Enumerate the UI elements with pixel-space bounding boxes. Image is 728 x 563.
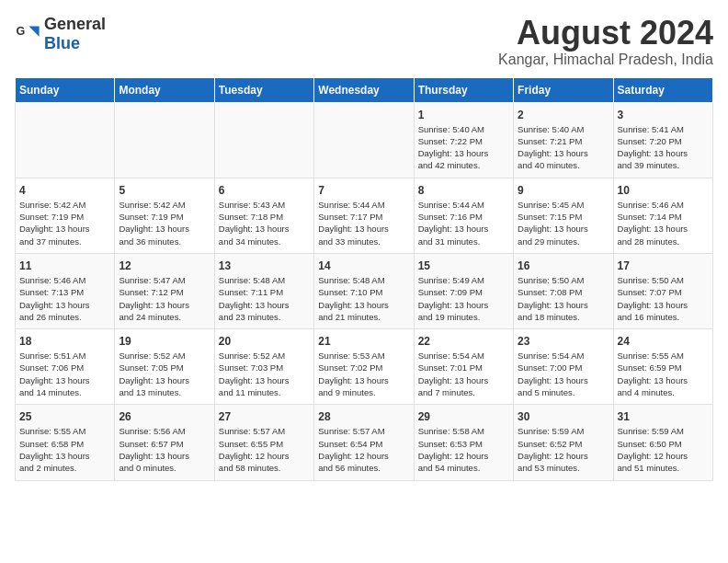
weekday-header-sunday: Sunday — [16, 77, 115, 102]
title-area: August 2024 Kangar, Himachal Pradesh, In… — [498, 15, 713, 68]
day-content: Sunrise: 5:52 AM Sunset: 7:05 PM Dayligh… — [119, 350, 210, 398]
day-number: 5 — [119, 184, 210, 197]
calendar-cell: 24Sunrise: 5:55 AM Sunset: 6:59 PM Dayli… — [613, 329, 712, 405]
day-number: 11 — [19, 259, 110, 272]
weekday-header-row: SundayMondayTuesdayWednesdayThursdayFrid… — [16, 77, 713, 102]
calendar-cell: 21Sunrise: 5:53 AM Sunset: 7:02 PM Dayli… — [314, 329, 414, 405]
day-content: Sunrise: 5:46 AM Sunset: 7:14 PM Dayligh… — [618, 199, 709, 247]
day-content: Sunrise: 5:49 AM Sunset: 7:09 PM Dayligh… — [418, 274, 509, 323]
calendar-cell: 1Sunrise: 5:40 AM Sunset: 7:22 PM Daylig… — [414, 102, 513, 178]
calendar-cell: 28Sunrise: 5:57 AM Sunset: 6:54 PM Dayli… — [314, 405, 414, 480]
calendar-cell — [214, 102, 313, 178]
calendar-cell — [16, 102, 115, 178]
day-content: Sunrise: 5:52 AM Sunset: 7:03 PM Dayligh… — [219, 350, 310, 398]
day-number: 1 — [418, 109, 509, 121]
day-number: 12 — [119, 259, 210, 272]
calendar-cell: 31Sunrise: 5:59 AM Sunset: 6:50 PM Dayli… — [613, 405, 712, 480]
calendar-cell: 30Sunrise: 5:59 AM Sunset: 6:52 PM Dayli… — [514, 405, 613, 480]
calendar-cell: 15Sunrise: 5:49 AM Sunset: 7:09 PM Dayli… — [414, 253, 513, 328]
day-number: 18 — [19, 335, 110, 348]
svg-marker-1 — [28, 27, 39, 37]
calendar-cell: 6Sunrise: 5:43 AM Sunset: 7:18 PM Daylig… — [214, 178, 313, 253]
logo-icon: G — [15, 21, 40, 47]
day-content: Sunrise: 5:43 AM Sunset: 7:18 PM Dayligh… — [219, 199, 310, 247]
day-content: Sunrise: 5:44 AM Sunset: 7:17 PM Dayligh… — [318, 199, 409, 247]
logo-blue: Blue — [44, 34, 80, 52]
day-number: 8 — [418, 184, 509, 197]
day-number: 29 — [418, 410, 509, 423]
day-number: 27 — [219, 410, 310, 423]
logo-general: General — [44, 15, 106, 33]
day-content: Sunrise: 5:41 AM Sunset: 7:20 PM Dayligh… — [618, 123, 709, 172]
calendar-cell: 9Sunrise: 5:45 AM Sunset: 7:15 PM Daylig… — [514, 178, 613, 253]
day-number: 24 — [618, 335, 709, 348]
calendar-cell: 17Sunrise: 5:50 AM Sunset: 7:07 PM Dayli… — [613, 253, 712, 328]
calendar-week-3: 11Sunrise: 5:46 AM Sunset: 7:13 PM Dayli… — [16, 253, 713, 328]
calendar-cell: 27Sunrise: 5:57 AM Sunset: 6:55 PM Dayli… — [214, 405, 313, 480]
weekday-header-friday: Friday — [514, 77, 613, 102]
day-content: Sunrise: 5:55 AM Sunset: 6:58 PM Dayligh… — [19, 425, 110, 474]
calendar-cell: 11Sunrise: 5:46 AM Sunset: 7:13 PM Dayli… — [16, 253, 115, 328]
day-content: Sunrise: 5:57 AM Sunset: 6:54 PM Dayligh… — [318, 425, 409, 474]
day-content: Sunrise: 5:56 AM Sunset: 6:57 PM Dayligh… — [119, 425, 210, 474]
calendar-cell: 20Sunrise: 5:52 AM Sunset: 7:03 PM Dayli… — [214, 329, 313, 405]
day-content: Sunrise: 5:40 AM Sunset: 7:22 PM Dayligh… — [418, 123, 509, 172]
day-content: Sunrise: 5:48 AM Sunset: 7:11 PM Dayligh… — [219, 274, 310, 323]
calendar-cell: 29Sunrise: 5:58 AM Sunset: 6:53 PM Dayli… — [414, 405, 513, 480]
calendar-cell: 14Sunrise: 5:48 AM Sunset: 7:10 PM Dayli… — [314, 253, 414, 328]
day-number: 20 — [219, 335, 310, 348]
weekday-header-wednesday: Wednesday — [314, 77, 414, 102]
day-number: 16 — [518, 259, 609, 272]
month-title: August 2024 — [498, 15, 713, 52]
day-content: Sunrise: 5:55 AM Sunset: 6:59 PM Dayligh… — [618, 350, 709, 398]
day-number: 10 — [618, 184, 709, 197]
calendar-cell: 22Sunrise: 5:54 AM Sunset: 7:01 PM Dayli… — [414, 329, 513, 405]
calendar-cell: 10Sunrise: 5:46 AM Sunset: 7:14 PM Dayli… — [613, 178, 712, 253]
calendar-cell: 25Sunrise: 5:55 AM Sunset: 6:58 PM Dayli… — [16, 405, 115, 480]
logo: G General Blue — [15, 15, 106, 53]
day-number: 30 — [518, 410, 609, 423]
day-number: 3 — [618, 109, 709, 121]
weekday-header-saturday: Saturday — [613, 77, 712, 102]
calendar-cell: 3Sunrise: 5:41 AM Sunset: 7:20 PM Daylig… — [613, 102, 712, 178]
day-number: 6 — [219, 184, 310, 197]
day-content: Sunrise: 5:50 AM Sunset: 7:07 PM Dayligh… — [618, 274, 709, 323]
day-number: 7 — [318, 184, 409, 197]
day-content: Sunrise: 5:53 AM Sunset: 7:02 PM Dayligh… — [318, 350, 409, 398]
calendar-cell: 19Sunrise: 5:52 AM Sunset: 7:05 PM Dayli… — [115, 329, 214, 405]
calendar-table: SundayMondayTuesdayWednesdayThursdayFrid… — [15, 77, 713, 481]
calendar-cell: 16Sunrise: 5:50 AM Sunset: 7:08 PM Dayli… — [514, 253, 613, 328]
day-number: 15 — [418, 259, 509, 272]
calendar-week-4: 18Sunrise: 5:51 AM Sunset: 7:06 PM Dayli… — [16, 329, 713, 405]
calendar-cell: 5Sunrise: 5:42 AM Sunset: 7:19 PM Daylig… — [115, 178, 214, 253]
calendar-week-1: 1Sunrise: 5:40 AM Sunset: 7:22 PM Daylig… — [16, 102, 713, 178]
day-content: Sunrise: 5:46 AM Sunset: 7:13 PM Dayligh… — [19, 274, 110, 323]
calendar-cell — [115, 102, 214, 178]
calendar-body: 1Sunrise: 5:40 AM Sunset: 7:22 PM Daylig… — [16, 102, 713, 480]
day-content: Sunrise: 5:59 AM Sunset: 6:52 PM Dayligh… — [518, 425, 609, 474]
day-content: Sunrise: 5:44 AM Sunset: 7:16 PM Dayligh… — [418, 199, 509, 247]
day-content: Sunrise: 5:47 AM Sunset: 7:12 PM Dayligh… — [119, 274, 210, 323]
calendar-cell: 26Sunrise: 5:56 AM Sunset: 6:57 PM Dayli… — [115, 405, 214, 480]
day-number: 19 — [119, 335, 210, 348]
calendar-cell: 4Sunrise: 5:42 AM Sunset: 7:19 PM Daylig… — [16, 178, 115, 253]
day-content: Sunrise: 5:54 AM Sunset: 7:01 PM Dayligh… — [418, 350, 509, 398]
day-content: Sunrise: 5:59 AM Sunset: 6:50 PM Dayligh… — [618, 425, 709, 474]
weekday-header-thursday: Thursday — [414, 77, 513, 102]
day-number: 2 — [518, 109, 609, 121]
day-number: 17 — [618, 259, 709, 272]
day-number: 14 — [318, 259, 409, 272]
day-number: 28 — [318, 410, 409, 423]
calendar-cell — [314, 102, 414, 178]
day-number: 22 — [418, 335, 509, 348]
weekday-header-tuesday: Tuesday — [214, 77, 313, 102]
calendar-cell: 12Sunrise: 5:47 AM Sunset: 7:12 PM Dayli… — [115, 253, 214, 328]
calendar-week-2: 4Sunrise: 5:42 AM Sunset: 7:19 PM Daylig… — [16, 178, 713, 253]
calendar-cell: 13Sunrise: 5:48 AM Sunset: 7:11 PM Dayli… — [214, 253, 313, 328]
location-title: Kangar, Himachal Pradesh, India — [498, 52, 713, 68]
day-content: Sunrise: 5:54 AM Sunset: 7:00 PM Dayligh… — [518, 350, 609, 398]
calendar-cell: 18Sunrise: 5:51 AM Sunset: 7:06 PM Dayli… — [16, 329, 115, 405]
calendar-cell: 7Sunrise: 5:44 AM Sunset: 7:17 PM Daylig… — [314, 178, 414, 253]
day-number: 31 — [618, 410, 709, 423]
calendar-week-5: 25Sunrise: 5:55 AM Sunset: 6:58 PM Dayli… — [16, 405, 713, 480]
